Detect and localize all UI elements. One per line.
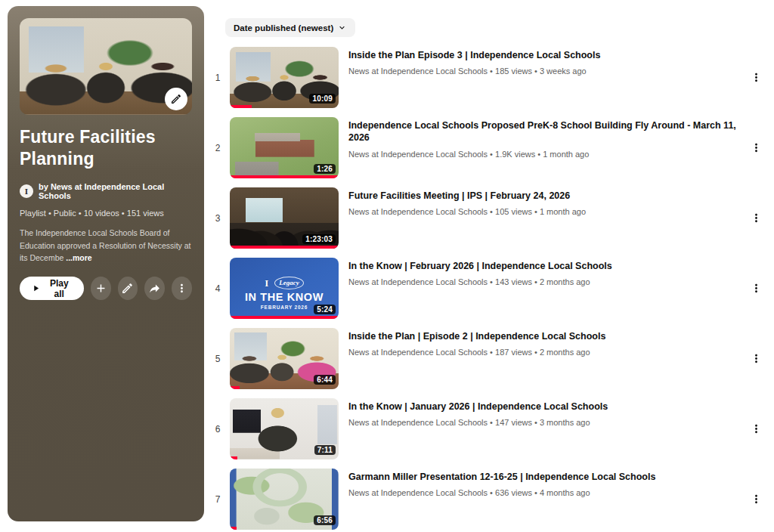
video-row[interactable]: 4 I Legacy IN THE KNOW FEBRUARY 2026 5:2… — [210, 258, 774, 319]
video-meta: News at Independence Local Schools • 105… — [348, 207, 745, 216]
watch-progress-bar — [230, 246, 339, 249]
video-thumbnail[interactable]: 6:44 — [230, 328, 339, 389]
video-menu-button[interactable] — [745, 208, 766, 229]
video-menu-button[interactable] — [745, 278, 766, 299]
watch-progress-bar — [230, 316, 339, 319]
video-index: 7 — [210, 494, 225, 505]
video-info: Inside the Plan | Episode 2 | Independen… — [348, 328, 745, 357]
video-row[interactable]: 5 6:44 Inside the Plan | Episode 2 | Ind… — [210, 328, 774, 389]
kebab-menu-icon — [750, 422, 763, 435]
watch-progress-track — [230, 386, 339, 389]
playlist-panel: Future Facilities Planning I by News at … — [8, 6, 204, 521]
playlist-videos-section: Date published (newest) 1 10:09 Inside t… — [210, 0, 774, 532]
legacy-logo: Legacy — [274, 277, 303, 289]
video-menu-button[interactable] — [745, 489, 766, 510]
watch-progress-bar — [230, 456, 237, 459]
independence-logo: I — [265, 278, 268, 288]
video-list: 1 10:09 Inside the Plan Episode 3 | Inde… — [210, 47, 774, 530]
video-index: 4 — [210, 283, 225, 294]
thumbnail-subtext: FEBRUARY 2026 — [261, 305, 308, 310]
play-all-label: Play all — [46, 278, 73, 299]
video-thumbnail[interactable]: 7:11 — [230, 398, 339, 459]
watch-progress-track — [230, 246, 339, 249]
kebab-menu-icon — [175, 282, 188, 295]
watch-progress-track — [230, 175, 339, 178]
video-title[interactable]: Garmann Miller Presentation 12-16-25 | I… — [348, 471, 745, 483]
channel-avatar: I — [20, 184, 33, 198]
video-meta: News at Independence Local Schools • 147… — [348, 418, 745, 427]
video-meta: News at Independence Local Schools • 185… — [348, 66, 745, 76]
duration-badge: 10:09 — [309, 94, 336, 104]
kebab-menu-icon — [750, 352, 763, 365]
video-row[interactable]: 1 10:09 Inside the Plan Episode 3 | Inde… — [210, 47, 774, 108]
playlist-owner-row[interactable]: I by News at Independence Local Schools — [20, 182, 192, 200]
playlist-actions: Play all — [20, 277, 192, 300]
sort-label: Date published (newest) — [234, 23, 333, 32]
video-index: 6 — [210, 424, 225, 435]
video-thumbnail[interactable]: 1:26 — [230, 117, 339, 178]
video-meta: News at Independence Local Schools • 1.9… — [348, 150, 745, 159]
play-icon — [31, 283, 41, 294]
watch-progress-track — [230, 456, 339, 459]
playlist-owner-label: by News at Independence Local Schools — [39, 182, 192, 200]
video-thumbnail[interactable]: I Legacy IN THE KNOW FEBRUARY 2026 5:24 — [230, 258, 339, 319]
kebab-menu-icon — [750, 493, 763, 506]
video-thumbnail[interactable]: 6:56 — [230, 469, 339, 530]
share-arrow-icon — [148, 282, 161, 295]
video-menu-button[interactable] — [745, 138, 766, 159]
edit-playlist-button[interactable] — [118, 277, 138, 300]
video-title[interactable]: Independence Local Schools Proposed PreK… — [348, 119, 745, 144]
play-all-button[interactable]: Play all — [20, 277, 84, 300]
duration-badge: 5:24 — [314, 305, 336, 314]
kebab-menu-icon — [750, 71, 763, 84]
watch-progress-track — [230, 527, 339, 530]
video-index: 1 — [210, 73, 225, 83]
playlist-description-text: The Independence Local Schools Board of … — [20, 228, 190, 262]
video-info: Garmann Miller Presentation 12-16-25 | I… — [348, 469, 745, 497]
sort-dropdown[interactable]: Date published (newest) — [225, 18, 355, 37]
pencil-icon — [170, 93, 182, 105]
playlist-more-button[interactable] — [172, 277, 192, 300]
video-index: 5 — [210, 354, 225, 364]
video-meta: News at Independence Local Schools • 143… — [348, 277, 745, 286]
watch-progress-bar — [230, 527, 237, 530]
duration-badge: 6:56 — [314, 515, 336, 525]
watch-progress-bar — [230, 386, 240, 389]
kebab-menu-icon — [750, 141, 763, 154]
video-row[interactable]: 3 1:23:03 Future Facilities Meeting | IP… — [210, 187, 774, 249]
watch-progress-bar — [230, 105, 252, 108]
video-title[interactable]: In the Know | January 2026 | Independenc… — [348, 401, 745, 413]
video-menu-button[interactable] — [745, 67, 766, 88]
duration-badge: 7:11 — [314, 445, 336, 455]
video-title[interactable]: In the Know | February 2026 | Independen… — [348, 260, 745, 272]
video-title[interactable]: Future Facilities Meeting | IPS | Februa… — [348, 190, 745, 202]
video-title[interactable]: Inside the Plan | Episode 2 | Independen… — [348, 330, 745, 342]
share-playlist-button[interactable] — [144, 277, 165, 300]
plus-icon — [94, 282, 107, 295]
thumbnail-logos: I Legacy — [265, 277, 304, 289]
playlist-description: The Independence Local Schools Board of … — [20, 227, 194, 264]
kebab-menu-icon — [750, 212, 763, 224]
watch-progress-track — [230, 316, 339, 319]
duration-badge: 1:26 — [314, 164, 336, 174]
video-info: Inside the Plan Episode 3 | Independence… — [348, 47, 745, 76]
video-row[interactable]: 2 1:26 Independence Local Schools Propos… — [210, 117, 774, 178]
video-row[interactable]: 6 7:11 In the Know | January 2026 | Inde… — [210, 398, 774, 459]
watch-progress-track — [230, 105, 339, 108]
show-more-link[interactable]: ...more — [66, 253, 91, 262]
edit-thumbnail-button[interactable] — [165, 88, 187, 110]
video-menu-button[interactable] — [745, 348, 766, 370]
video-title[interactable]: Inside the Plan Episode 3 | Independence… — [348, 49, 745, 61]
save-playlist-button[interactable] — [91, 277, 111, 300]
chevron-down-icon — [337, 23, 347, 32]
video-row[interactable]: 7 6:56 Garmann Miller Presentation 12-16… — [210, 469, 774, 530]
playlist-thumbnail[interactable] — [20, 18, 192, 115]
video-info: In the Know | January 2026 | Independenc… — [348, 398, 745, 427]
kebab-menu-icon — [750, 282, 763, 295]
video-thumbnail[interactable]: 1:23:03 — [230, 187, 339, 249]
watch-progress-bar — [230, 175, 339, 178]
video-menu-button[interactable] — [745, 419, 766, 440]
playlist-stats: Playlist • Public • 10 videos • 151 view… — [20, 209, 192, 218]
video-thumbnail[interactable]: 10:09 — [230, 47, 339, 108]
pencil-icon — [121, 282, 134, 295]
